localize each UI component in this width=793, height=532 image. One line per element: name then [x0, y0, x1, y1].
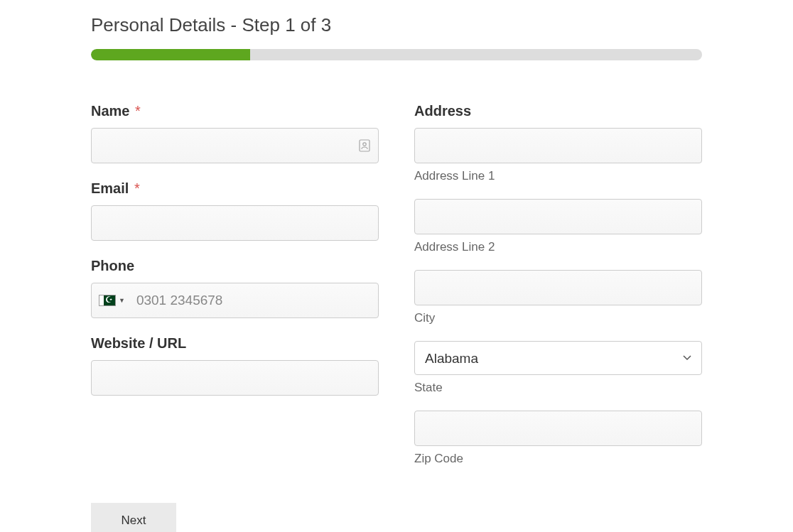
address-label: Address: [414, 103, 702, 119]
progress-bar: [91, 49, 702, 60]
phone-input-wrap: ▼: [91, 283, 379, 318]
phone-label: Phone: [91, 258, 379, 274]
city-input[interactable]: [414, 270, 702, 305]
address-line1-sublabel: Address Line 1: [414, 169, 702, 183]
progress-fill: [91, 49, 250, 60]
address-line2-sublabel: Address Line 2: [414, 240, 702, 254]
state-sublabel: State: [414, 381, 702, 395]
city-sublabel: City: [414, 311, 702, 325]
pakistan-flag-icon: [99, 295, 116, 306]
step-title: Personal Details - Step 1 of 3: [91, 14, 702, 36]
address-line1-input[interactable]: [414, 128, 702, 163]
name-label: Name *: [91, 103, 379, 119]
name-label-text: Name: [91, 103, 129, 119]
svg-point-1: [363, 143, 366, 146]
email-input[interactable]: [91, 205, 379, 241]
website-label: Website / URL: [91, 335, 379, 352]
name-input[interactable]: [91, 128, 379, 163]
contact-card-icon: [359, 139, 370, 152]
email-label: Email *: [91, 180, 379, 197]
next-button[interactable]: Next: [91, 503, 176, 532]
email-label-text: Email: [91, 180, 129, 196]
flag-caret-icon: ▼: [119, 297, 125, 304]
phone-input[interactable]: [131, 283, 371, 317]
website-input[interactable]: [91, 360, 379, 396]
state-select[interactable]: Alabama: [414, 341, 702, 375]
country-flag-selector[interactable]: ▼: [99, 295, 131, 306]
name-required-marker: *: [135, 103, 141, 119]
zip-input[interactable]: [414, 411, 702, 446]
address-line2-input[interactable]: [414, 199, 702, 234]
zip-sublabel: Zip Code: [414, 452, 702, 466]
email-required-marker: *: [134, 180, 140, 196]
